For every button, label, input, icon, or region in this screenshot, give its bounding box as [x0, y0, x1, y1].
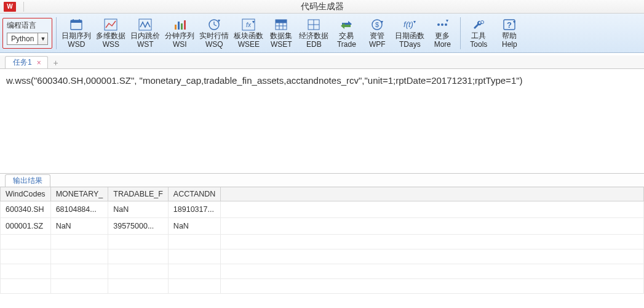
- toolbar-button-wsq[interactable]: 实时行情WSQ: [197, 15, 231, 51]
- close-icon[interactable]: ×: [37, 59, 41, 67]
- svg-marker-34: [446, 20, 448, 22]
- grid2-icon: [306, 18, 321, 31]
- svg-rect-22: [276, 20, 287, 23]
- ribbon-separator: [460, 17, 461, 49]
- bars-icon: [172, 18, 187, 31]
- code-editor[interactable]: w.wss("600340.SH,000001.SZ", "monetary_c…: [0, 69, 644, 174]
- toolbar-label-cn: 实时行情: [199, 31, 229, 40]
- add-tab-button[interactable]: +: [50, 57, 62, 68]
- toolbar-label-cn: 经济数据: [299, 31, 328, 40]
- svg-rect-1: [71, 20, 82, 23]
- table-row-empty: [1, 264, 644, 279]
- editor-tab-strip: 任务1 × +: [0, 55, 644, 69]
- table-row[interactable]: 600340.SH68104884...NaN18910317...: [1, 201, 644, 218]
- toolbar-button-trade[interactable]: 交易Trade: [331, 15, 362, 51]
- output-table: WindCodesMONETARY_TRADABLE_FACCTANDN 600…: [0, 187, 644, 294]
- svg-rect-8: [181, 23, 183, 30]
- editor-tab[interactable]: 任务1 ×: [5, 56, 48, 68]
- wrench-icon: [471, 18, 486, 31]
- toolbar-label-en: WSD: [68, 40, 85, 49]
- table-cell: 600340.SH: [1, 201, 51, 218]
- editor-tab-label: 任务1: [13, 57, 32, 68]
- column-header[interactable]: TRADABLE_F: [108, 187, 169, 201]
- table-cell: 000001.SZ: [1, 218, 51, 235]
- table-cell: 18910317...: [168, 201, 221, 218]
- toolbar-label-en: WSI: [173, 40, 187, 49]
- toolbar-button-more[interactable]: 更多More: [427, 15, 458, 51]
- toolbar-button-wsd[interactable]: 日期序列WSD: [59, 15, 93, 51]
- toolbar-label-cn: 分钟序列: [165, 31, 194, 40]
- toolbar-button-wsee[interactable]: fx板块函数WSEE: [231, 15, 266, 51]
- toolbar-label-en: WST: [137, 40, 154, 49]
- svg-text:fx: fx: [246, 22, 252, 28]
- code-content: w.wss("600340.SH,000001.SZ", "monetary_c…: [6, 75, 523, 86]
- toolbar-button-wpf[interactable]: $资管WPF: [362, 15, 392, 51]
- output-tab[interactable]: 输出结果: [5, 174, 50, 187]
- toolbar-button-tools[interactable]: 工具Tools: [463, 15, 494, 51]
- toolbar-label-en: Help: [502, 40, 517, 49]
- title-bar: W 代码生成器: [0, 0, 644, 14]
- toolbar-label-cn: 日期序列: [62, 31, 91, 40]
- language-select[interactable]: Python ▼: [7, 33, 48, 45]
- svg-rect-9: [184, 20, 186, 30]
- toolbar-button-wset[interactable]: 数据集WSET: [266, 15, 296, 51]
- window-title: 代码生成器: [301, 1, 344, 12]
- toolbar-button-help[interactable]: ?帮助Help: [494, 15, 525, 51]
- ribbon-separator: [56, 17, 57, 49]
- toolbar-label-en: WPF: [369, 40, 386, 49]
- titlebar-separator: [23, 2, 24, 12]
- svg-point-32: [441, 23, 443, 26]
- toolbar-label-cn: 板块函数: [234, 31, 263, 40]
- table-row[interactable]: 000001.SZNaN39575000...NaN: [1, 218, 644, 235]
- toolbar-label-cn: 更多: [435, 31, 450, 40]
- toolbar-label-cn: 数据集: [270, 31, 292, 40]
- table-row-empty: [1, 249, 644, 264]
- svg-rect-5: [139, 19, 151, 30]
- language-label: 编程语言: [7, 20, 48, 31]
- toolbar-button-wst[interactable]: 日内跳价WST: [128, 15, 162, 51]
- calendar-icon: [69, 18, 84, 31]
- toolbar-label-cn: 工具: [471, 31, 486, 40]
- fx-icon: fx: [241, 18, 256, 31]
- language-value: Python: [7, 34, 38, 43]
- toolbar-button-edb[interactable]: 经济数据EDB: [296, 15, 331, 51]
- chevron-down-icon[interactable]: ▼: [38, 33, 47, 44]
- ribbon-toolbar: 编程语言 Python ▼ 日期序列WSD多维数据WSS日内跳价WST分钟序列W…: [0, 14, 644, 53]
- toolbar-label-en: TDays: [399, 40, 421, 49]
- column-header[interactable]: MONETARY_: [50, 187, 108, 201]
- svg-marker-30: [413, 21, 416, 23]
- toolbar-label-en: WSEE: [238, 40, 260, 49]
- toolbar-label-en: Trade: [337, 40, 356, 49]
- toolbar-label-cn: 日内跳价: [130, 31, 160, 40]
- chart-zig-icon: [138, 18, 153, 31]
- dollar-icon: $: [370, 18, 384, 31]
- grid-icon: [274, 18, 288, 31]
- toolbar-label-cn: 交易: [339, 31, 354, 40]
- arrows-icon: [339, 18, 354, 31]
- toolbar-button-tdays[interactable]: f(t)日期函数TDays: [392, 15, 427, 51]
- column-header-pad: [221, 187, 644, 201]
- toolbar-label-en: WSQ: [205, 40, 223, 49]
- app-logo: W: [4, 2, 16, 12]
- column-header[interactable]: ACCTANDN: [168, 187, 221, 201]
- help-icon: ?: [502, 18, 517, 31]
- toolbar-label-cn: 多维数据: [96, 31, 125, 40]
- toolbar-button-wss[interactable]: 多维数据WSS: [93, 15, 128, 51]
- svg-point-33: [445, 23, 447, 26]
- output-tab-strip: 输出结果: [0, 174, 644, 187]
- toolbar-label-en: EDB: [306, 40, 322, 49]
- table-cell: NaN: [108, 201, 169, 218]
- toolbar-label-en: More: [434, 40, 451, 49]
- toolbar-label-en: WSS: [103, 40, 119, 49]
- svg-rect-7: [178, 22, 180, 30]
- table-cell: 39575000...: [108, 218, 169, 235]
- table-row-empty: [1, 279, 644, 294]
- chart-line-icon: [103, 18, 118, 31]
- svg-line-12: [214, 25, 217, 26]
- toolbar-button-wsi[interactable]: 分钟序列WSI: [162, 15, 197, 51]
- table-row-empty: [1, 235, 644, 249]
- column-header[interactable]: WindCodes: [1, 187, 51, 201]
- ft-icon: f(t): [402, 18, 417, 31]
- output-tab-label: 输出结果: [13, 176, 42, 186]
- dots-icon: [435, 18, 450, 31]
